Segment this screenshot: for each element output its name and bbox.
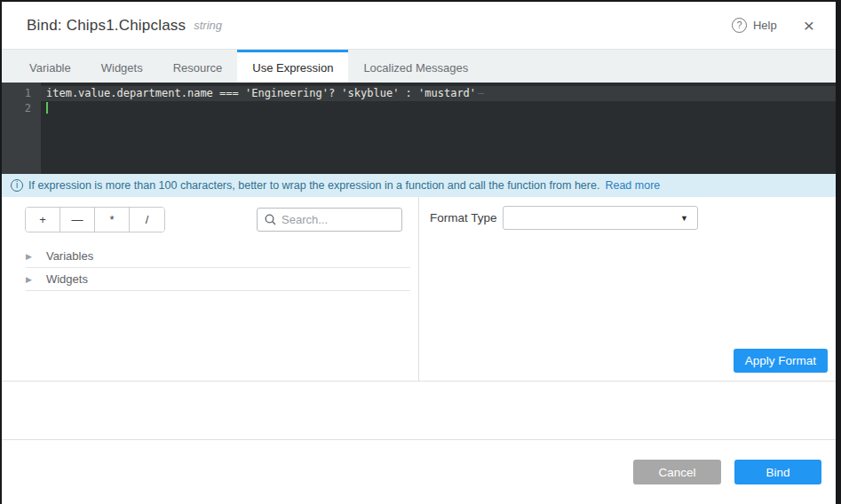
operators-toolbar: + — * /	[2, 197, 418, 232]
search-input[interactable]	[282, 213, 394, 226]
tree-item-variables[interactable]: ▶ Variables	[26, 245, 410, 268]
expression-text: item.value.department.name === 'Engineer…	[46, 87, 476, 99]
tab-resource[interactable]: Resource	[158, 50, 238, 83]
info-bar: i If expression is more than 100 charact…	[2, 174, 836, 197]
format-type-label: Format Type	[430, 211, 503, 224]
format-panel: Format Type ▼ Apply Format	[419, 197, 836, 381]
help-icon: ?	[732, 18, 747, 33]
line-number: 2	[2, 101, 31, 116]
chevron-down-icon: ▼	[680, 214, 688, 223]
cancel-button[interactable]: Cancel	[633, 460, 721, 484]
help-button[interactable]: ? Help	[732, 18, 777, 33]
content-panels: + — * / ▶ Variables	[2, 197, 836, 382]
read-more-link[interactable]: Read more	[605, 179, 660, 192]
expression-sources-panel: + — * / ▶ Variables	[2, 197, 419, 381]
format-type-select[interactable]: ▼	[503, 206, 698, 230]
tab-widgets[interactable]: Widgets	[86, 50, 158, 83]
divide-operator-button[interactable]: /	[130, 208, 164, 232]
format-type-row: Format Type ▼	[430, 206, 836, 230]
close-icon[interactable]: ×	[800, 16, 818, 35]
info-icon: i	[11, 179, 23, 192]
code-line-2[interactable]	[41, 101, 836, 116]
chevron-right-icon: ▶	[26, 275, 32, 284]
trailing-whitespace-mark: –	[478, 87, 484, 99]
minus-operator-button[interactable]: —	[60, 208, 95, 232]
multiply-operator-button[interactable]: *	[95, 208, 130, 232]
sources-tree: ▶ Variables ▶ Widgets	[2, 245, 418, 291]
code-line-1[interactable]: item.value.department.name === 'Engineer…	[41, 86, 836, 101]
chevron-right-icon: ▶	[26, 252, 32, 261]
bind-button[interactable]: Bind	[734, 460, 821, 484]
text-cursor	[46, 102, 48, 114]
empty-section	[2, 382, 836, 440]
tree-item-widgets[interactable]: ▶ Widgets	[26, 268, 410, 291]
tab-use-expression[interactable]: Use Expression	[237, 50, 348, 83]
search-icon	[265, 214, 276, 225]
operator-button-group: + — * /	[25, 207, 165, 232]
help-label: Help	[753, 19, 777, 32]
dialog-title: Bind: Chips1.Chipclass	[27, 17, 186, 35]
info-text: If expression is more than 100 character…	[28, 179, 599, 192]
plus-operator-button[interactable]: +	[26, 208, 60, 232]
editor-code-area[interactable]: item.value.department.name === 'Engineer…	[41, 83, 836, 174]
apply-format-button[interactable]: Apply Format	[734, 349, 828, 373]
tab-localized-messages[interactable]: Localized Messages	[348, 50, 483, 83]
tree-item-label: Widgets	[46, 272, 88, 286]
tab-bar: Variable Widgets Resource Use Expression…	[2, 49, 836, 83]
line-number: 1	[2, 86, 31, 101]
dialog-footer: Cancel Bind	[2, 440, 836, 504]
tab-variable[interactable]: Variable	[14, 50, 86, 83]
editor-gutter: 1 2	[2, 83, 41, 174]
property-type-label: string	[194, 19, 222, 32]
expression-editor[interactable]: 1 2 item.value.department.name === 'Engi…	[2, 83, 836, 174]
search-box[interactable]	[257, 208, 402, 232]
dialog-header: Bind: Chips1.Chipclass string ? Help ×	[2, 2, 836, 49]
tree-item-label: Variables	[46, 249, 93, 263]
bind-dialog: Bind: Chips1.Chipclass string ? Help × V…	[0, 0, 841, 504]
